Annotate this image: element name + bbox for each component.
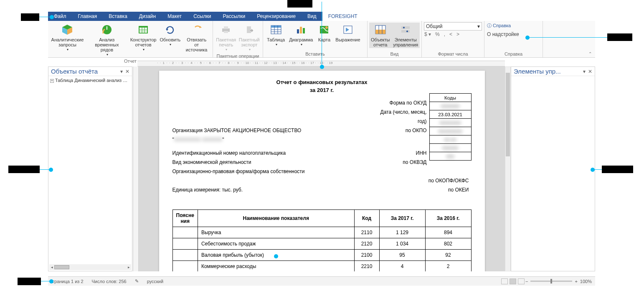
- comma-icon[interactable]: ,: [444, 31, 445, 37]
- status-bar: траница 1 из 2 Число слов: 256 ✎ русский…: [48, 276, 595, 286]
- tab-view[interactable]: Вид: [302, 12, 322, 21]
- unlink-icon: [190, 23, 203, 36]
- clock-icon: [101, 23, 113, 36]
- zoom-out-icon[interactable]: −: [525, 279, 528, 284]
- expression-icon: [342, 23, 354, 36]
- tab-home[interactable]: Главная: [72, 12, 103, 21]
- view-controls-button[interactable]: Элементы управления: [391, 23, 420, 48]
- tab-references[interactable]: Ссылки: [188, 12, 217, 21]
- tab-insert[interactable]: Вставка: [103, 12, 133, 21]
- svg-rect-30: [375, 30, 385, 34]
- controls-icon: [399, 23, 412, 36]
- doc-title: Отчет о финансовых результатах: [172, 79, 472, 85]
- table-icon: [270, 23, 282, 36]
- group-label-help: Справка: [487, 51, 540, 57]
- report-objects-panel: Объекты отчёта ▾✕ +Таблица Динамический …: [48, 66, 132, 271]
- refresh-icon: [164, 23, 176, 36]
- decrease-decimal-icon[interactable]: <: [449, 31, 452, 37]
- svg-rect-13: [224, 26, 228, 29]
- tab-layout[interactable]: Макет: [162, 12, 188, 21]
- svg-point-26: [325, 26, 328, 29]
- financial-results-table: Поясне ния Наименование показателя Код З…: [172, 209, 472, 271]
- document-vscroll[interactable]: [505, 66, 511, 271]
- zoom-value[interactable]: 100%: [580, 279, 592, 284]
- status-words[interactable]: Число слов: 256: [88, 279, 131, 284]
- currency-icon[interactable]: $ ▾: [424, 31, 431, 37]
- svg-rect-33: [401, 26, 410, 29]
- status-page[interactable]: траница 1 из 2: [48, 279, 88, 284]
- svg-point-36: [406, 31, 408, 32]
- print-layout-icon[interactable]: [510, 278, 516, 284]
- grid-highlight-icon: [374, 23, 387, 36]
- number-format-combo[interactable]: Общий▾: [424, 22, 482, 31]
- svg-rect-14: [224, 31, 228, 33]
- help-link[interactable]: ⓘ Справка: [487, 23, 540, 29]
- panel-menu-icon[interactable]: ▾: [582, 69, 586, 74]
- analytic-queries-button[interactable]: Аналитические запросы▾: [50, 23, 85, 53]
- tree-item-table[interactable]: +Таблица Динамический анализ фина: [48, 76, 132, 84]
- tab-mailings[interactable]: Рассылки: [217, 12, 251, 21]
- zoom-in-icon[interactable]: +: [575, 279, 577, 284]
- document-page[interactable]: Отчет о финансовых результатах за 2017 г…: [159, 71, 485, 271]
- read-mode-icon[interactable]: [501, 278, 508, 284]
- tab-foresight[interactable]: FORESIGHT: [322, 12, 363, 21]
- status-language[interactable]: русский: [143, 279, 167, 284]
- view-report-objects-button[interactable]: Объекты отчета: [369, 23, 391, 48]
- insert-expression-button[interactable]: Выражение: [333, 23, 362, 43]
- tab-review[interactable]: Рецензирование: [251, 12, 302, 21]
- group-label-batch: Пакетные операции: [213, 53, 263, 59]
- doc-subtitle: за 2017 г.: [172, 87, 472, 93]
- table-row: Себестоимость продаж21201 034802: [172, 238, 471, 250]
- map-icon: [318, 23, 330, 36]
- export-icon: [243, 23, 256, 36]
- chart-icon: [295, 23, 307, 36]
- web-layout-icon[interactable]: [518, 278, 525, 284]
- panel-title-right: Элементы упр...: [514, 68, 561, 75]
- ruler-vertical[interactable]: [133, 66, 139, 271]
- document-canvas[interactable]: Отчет о финансовых результатах за 2017 г…: [139, 66, 505, 271]
- percent-icon[interactable]: %: [435, 31, 440, 37]
- controls-panel: Элементы упр... ▾✕: [511, 66, 595, 271]
- zoom-slider[interactable]: [530, 281, 572, 282]
- increase-decimal-icon[interactable]: >: [456, 31, 459, 37]
- svg-rect-17: [271, 26, 281, 28]
- svg-rect-15: [247, 26, 251, 33]
- group-label-number: Формат числа: [422, 51, 484, 57]
- insert-table-button[interactable]: Таблица▾: [265, 23, 287, 48]
- scroll-right-icon[interactable]: ▸: [126, 265, 131, 269]
- svg-rect-5: [139, 28, 147, 33]
- svg-rect-24: [303, 28, 305, 33]
- insert-map-button[interactable]: Карта: [315, 23, 333, 43]
- panel-hscroll[interactable]: ◂ ▸: [49, 264, 131, 270]
- batch-export-button: Пакетный экспорт▾: [238, 23, 261, 53]
- table-row: Выручка21101 129894: [172, 227, 471, 238]
- codes-table: Коды 0000000 23.03.2021 00000000 0000000…: [429, 93, 472, 161]
- svg-point-35: [403, 27, 405, 28]
- svg-rect-22: [297, 29, 299, 33]
- tab-design[interactable]: Дизайн: [133, 12, 162, 21]
- table-row: Коммерческие расходы221042: [172, 261, 471, 272]
- svg-marker-10: [166, 29, 168, 31]
- panel-close-icon[interactable]: ✕: [587, 69, 593, 74]
- time-series-button[interactable]: Анализ временных рядов▾: [85, 23, 129, 58]
- expand-icon[interactable]: +: [50, 79, 54, 83]
- cube-icon: [61, 23, 74, 36]
- table-green-icon: [137, 23, 150, 36]
- group-label-insert: Вставить: [263, 51, 367, 57]
- detach-source-button[interactable]: Отвязать от источника: [182, 23, 211, 53]
- collapse-ribbon-icon[interactable]: ⌃: [588, 51, 592, 56]
- svg-rect-23: [300, 27, 302, 33]
- panel-title-left: Объекты отчёта: [51, 68, 98, 75]
- report-designer-button[interactable]: Конструктор отчетов▾: [129, 23, 158, 53]
- status-spellcheck-icon[interactable]: ✎: [131, 278, 143, 284]
- printer-icon: [220, 23, 232, 36]
- refresh-button[interactable]: Обновить▾: [158, 23, 182, 48]
- group-label-view: Вид: [368, 51, 421, 57]
- about-addin[interactable]: О надстройке: [487, 31, 540, 37]
- scroll-left-icon[interactable]: ◂: [49, 265, 54, 269]
- insert-chart-button[interactable]: Диаграмма▾: [287, 23, 315, 48]
- panel-menu-icon[interactable]: ▾: [119, 69, 124, 74]
- panel-close-icon[interactable]: ✕: [124, 69, 130, 74]
- svg-rect-34: [401, 30, 410, 33]
- chevron-down-icon: ▾: [477, 23, 480, 29]
